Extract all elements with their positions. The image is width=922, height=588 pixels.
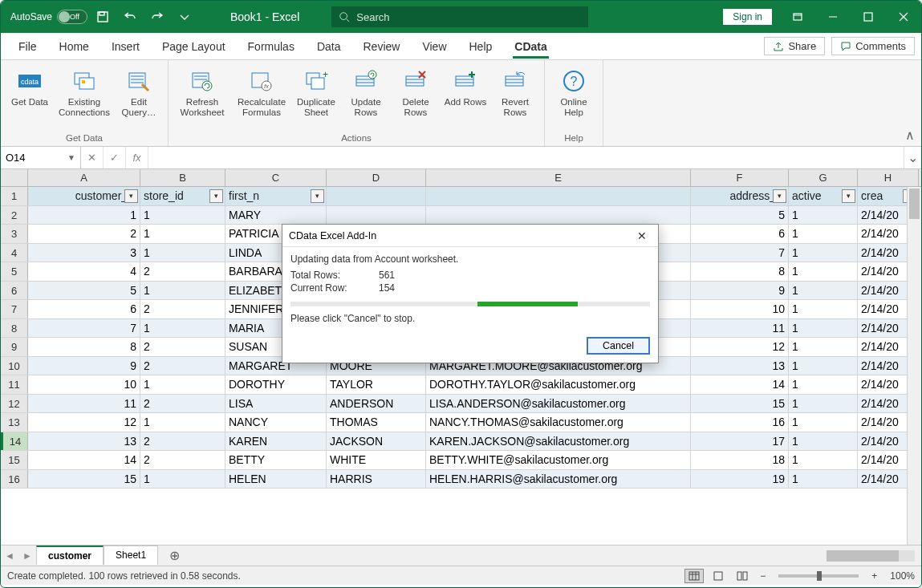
table-cell[interactable]: 1 [789, 282, 858, 300]
table-cell[interactable]: 1 [789, 451, 858, 469]
table-cell[interactable]: 1 [789, 432, 858, 451]
filter-button[interactable]: ▾ [311, 189, 324, 203]
table-cell[interactable]: KAREN [225, 432, 327, 451]
table-cell[interactable]: 1 [140, 413, 225, 432]
namebox-dropdown-icon[interactable]: ▼ [67, 153, 75, 162]
row-header[interactable]: 2 [1, 206, 28, 225]
column-header[interactable]: H [858, 169, 919, 186]
row-header[interactable]: 9 [1, 338, 28, 356]
table-cell[interactable]: 2 [140, 300, 225, 318]
column-header[interactable]: E [426, 169, 691, 186]
view-page-layout-icon[interactable] [709, 569, 728, 583]
table-cell[interactable]: 18 [691, 451, 789, 469]
new-sheet-button[interactable]: ⊕ [158, 545, 191, 566]
table-cell[interactable]: 11 [691, 319, 789, 338]
table-header-cell[interactable]: store_id▾ [140, 187, 225, 205]
tab-file[interactable]: File [7, 35, 48, 58]
table-cell[interactable]: TAYLOR [327, 375, 426, 394]
table-cell[interactable]: 1 [140, 282, 225, 300]
tab-page-layout[interactable]: Page Layout [151, 35, 237, 58]
zoom-knob[interactable] [817, 571, 822, 581]
redo-icon[interactable] [144, 1, 171, 33]
table-cell[interactable]: HELEN [225, 470, 327, 489]
table-header-cell[interactable]: first_n▾ [225, 187, 327, 205]
revert-rows-button[interactable]: Revert Rows [493, 63, 538, 132]
table-cell[interactable]: 1 [140, 375, 225, 394]
table-cell[interactable]: DOROTHY [225, 375, 327, 394]
table-cell[interactable]: 5 [691, 206, 789, 225]
table-cell[interactable]: 14 [28, 451, 140, 469]
table-cell[interactable]: MARY [225, 206, 327, 225]
table-cell[interactable]: NANCY.THOMAS@sakilacustomer.org [426, 413, 691, 432]
undo-icon[interactable] [116, 1, 144, 33]
table-cell[interactable]: 14 [691, 375, 789, 394]
hscroll-thumb[interactable] [827, 550, 899, 562]
row-header[interactable]: 6 [1, 282, 28, 300]
table-cell[interactable]: 8 [691, 262, 789, 281]
table-cell[interactable]: 5 [28, 282, 140, 300]
table-cell[interactable]: 7 [28, 319, 140, 338]
table-cell[interactable]: 12 [28, 413, 140, 432]
formula-expand-icon[interactable]: ⌄ [904, 147, 921, 168]
table-cell[interactable]: WHITE [327, 451, 426, 469]
table-header-cell[interactable]: address_id▾ [691, 187, 789, 205]
table-cell[interactable]: 2 [140, 262, 225, 281]
autosave-control[interactable]: AutoSave Off [1, 10, 89, 24]
table-cell[interactable]: 6 [691, 225, 789, 243]
table-cell[interactable]: 16 [691, 413, 789, 432]
formula-input[interactable] [148, 147, 904, 168]
row-header[interactable]: 4 [1, 244, 28, 262]
table-cell[interactable]: 1 [789, 244, 858, 262]
fx-icon[interactable]: fx [126, 147, 148, 168]
table-cell[interactable]: 1 [789, 375, 858, 394]
table-cell[interactable]: 15 [28, 470, 140, 489]
tab-help[interactable]: Help [458, 35, 504, 58]
table-cell[interactable]: LISA [225, 395, 327, 413]
table-cell[interactable]: 15 [691, 395, 789, 413]
table-cell[interactable]: 1 [789, 395, 858, 413]
get-data-button[interactable]: cdataGet Data [7, 63, 52, 132]
tab-data[interactable]: Data [306, 35, 352, 58]
zoom-level[interactable]: 100% [890, 570, 915, 582]
table-cell[interactable]: KAREN.JACKSON@sakilacustomer.org [426, 432, 691, 451]
table-cell[interactable]: 3 [28, 244, 140, 262]
horizontal-scrollbar[interactable] [827, 550, 915, 562]
zoom-out-button[interactable]: − [757, 570, 769, 582]
cancel-button[interactable]: Cancel [587, 337, 650, 355]
row-header[interactable]: 12 [1, 395, 28, 413]
table-cell[interactable]: HARRIS [327, 470, 426, 489]
table-cell[interactable]: 9 [28, 357, 140, 375]
table-cell[interactable]: 1 [140, 244, 225, 262]
table-cell[interactable]: DOROTHY.TAYLOR@sakilacustomer.org [426, 375, 691, 394]
row-header[interactable]: 1 [1, 187, 28, 205]
vertical-scrollbar[interactable] [907, 187, 921, 545]
table-cell[interactable]: 11 [28, 395, 140, 413]
add-rows-button[interactable]: Add Rows [443, 63, 488, 132]
table-cell[interactable]: 1 [140, 225, 225, 243]
table-cell[interactable]: 1 [789, 319, 858, 338]
existing-connections-button[interactable]: Existing Connections [57, 63, 112, 132]
tab-view[interactable]: View [411, 35, 457, 58]
select-all-corner[interactable] [1, 169, 28, 186]
table-cell[interactable]: 17 [691, 432, 789, 451]
table-cell[interactable]: 13 [691, 357, 789, 375]
table-header-cell[interactable] [327, 187, 426, 205]
table-cell[interactable]: 13 [28, 432, 140, 451]
column-header[interactable]: F [691, 169, 789, 186]
recalculate-formulas-button[interactable]: fxRecalculate Formulas [234, 63, 289, 132]
sheet-tab[interactable]: Sheet1 [104, 545, 158, 565]
tab-insert[interactable]: Insert [100, 35, 151, 58]
name-box[interactable]: O14▼ [1, 147, 81, 168]
table-cell[interactable]: 12 [691, 338, 789, 356]
table-cell[interactable]: NANCY [225, 413, 327, 432]
row-header[interactable]: 13 [1, 413, 28, 432]
row-header[interactable]: 7 [1, 300, 28, 318]
table-header-cell[interactable]: customer_id▾ [28, 187, 140, 205]
column-header[interactable]: D [327, 169, 426, 186]
table-cell[interactable]: 2 [140, 357, 225, 375]
comments-button[interactable]: Comments [831, 37, 915, 55]
formula-cancel-icon[interactable]: ✕ [81, 147, 104, 168]
ribbon-display-icon[interactable] [780, 1, 815, 33]
table-cell[interactable]: 6 [28, 300, 140, 318]
dialog-titlebar[interactable]: CData Excel Add-In ✕ [282, 225, 658, 247]
